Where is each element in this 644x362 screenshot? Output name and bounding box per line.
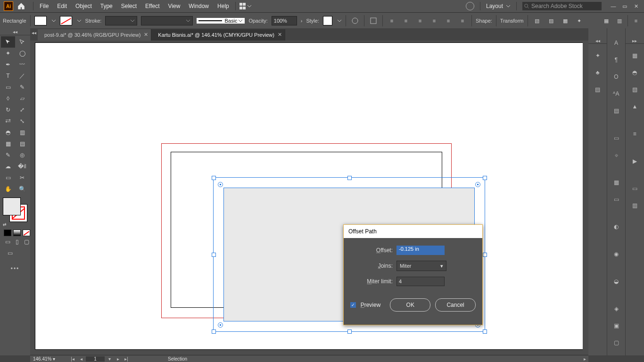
char-style-icon[interactable]: ▤: [611, 106, 621, 116]
zoom-tool[interactable]: 🔍: [15, 183, 29, 195]
opentype-icon[interactable]: O: [611, 72, 621, 82]
magic-wand-tool[interactable]: ✦: [1, 48, 15, 59]
free-transform-tool[interactable]: ⤡: [15, 115, 29, 127]
glyph-icon[interactable]: ᴬA: [611, 89, 621, 99]
symbols-icon[interactable]: ▧: [629, 84, 640, 95]
prev-artboard-button[interactable]: ◂: [77, 356, 85, 362]
minimize-button[interactable]: —: [608, 2, 619, 10]
draw-normal-icon[interactable]: ▭: [4, 238, 11, 246]
handle-sw[interactable]: [212, 329, 216, 334]
menu-object[interactable]: Object: [71, 1, 96, 11]
canvas[interactable]: [30, 41, 588, 355]
transform-label[interactable]: Transform: [500, 18, 524, 24]
home-icon[interactable]: [17, 2, 25, 10]
status-chevron[interactable]: ▸: [581, 356, 588, 362]
chevron-down-icon[interactable]: ▾: [106, 356, 113, 362]
align-left-icon[interactable]: ≡: [387, 16, 397, 26]
fill-box[interactable]: [3, 197, 21, 215]
graph-tool[interactable]: �il: [15, 161, 29, 172]
align-top-icon[interactable]: ≡: [429, 16, 439, 26]
opacity-field[interactable]: 100%: [272, 16, 297, 25]
miter-input[interactable]: 4: [396, 277, 445, 286]
libraries-icon[interactable]: ▦: [629, 50, 640, 61]
menu-effect[interactable]: Effect: [141, 1, 164, 11]
last-artboard-button[interactable]: ▸|: [123, 356, 130, 362]
type-tool[interactable]: T: [1, 70, 15, 82]
handle-s[interactable]: [347, 329, 352, 334]
para-icon[interactable]: ¶: [611, 55, 621, 65]
slice-tool[interactable]: ✂: [15, 172, 29, 183]
tabstrip-collapse[interactable]: ◂◂: [30, 29, 38, 36]
stroke-swatch[interactable]: [60, 16, 72, 25]
edit-clip-icon[interactable]: ▨: [546, 16, 556, 26]
handle-n[interactable]: [347, 176, 352, 180]
menu-help[interactable]: Help: [213, 1, 233, 11]
var-width-profile[interactable]: [141, 16, 193, 25]
dialog-title[interactable]: Offset Path: [344, 225, 482, 238]
handle-ne[interactable]: [483, 176, 487, 180]
close-icon[interactable]: ✕: [278, 32, 282, 38]
image-trace-icon[interactable]: ▲: [629, 101, 640, 112]
screen-mode[interactable]: ▭: [3, 247, 17, 259]
brushes-icon[interactable]: ◓: [629, 67, 640, 78]
rotate-tool[interactable]: ↻: [1, 104, 15, 115]
collapse-toggle[interactable]: ▸▸: [626, 38, 644, 44]
draw-inside-icon[interactable]: ▢: [23, 238, 30, 246]
isolate-icon[interactable]: ▧: [532, 16, 542, 26]
chevron-down-icon[interactable]: [51, 18, 56, 23]
shaper-tool[interactable]: ◊: [1, 93, 15, 104]
color-icon[interactable]: ♣: [593, 67, 603, 78]
zoom-field[interactable]: 146.41% ▾: [30, 356, 66, 362]
align-right-icon[interactable]: ≡: [415, 16, 425, 26]
asset-icon[interactable]: ▦: [611, 177, 621, 188]
swap-icon[interactable]: ⇄: [3, 222, 33, 227]
stroke-panel-icon[interactable]: ≡: [629, 129, 640, 139]
align-hcenter-icon[interactable]: ≡: [401, 16, 411, 26]
transparency-icon[interactable]: ◐: [611, 222, 621, 232]
arrange-docs-icon[interactable]: [239, 3, 246, 9]
info-icon[interactable]: ▭: [629, 183, 640, 194]
draw-behind-icon[interactable]: ▯: [13, 238, 21, 246]
navigator-icon[interactable]: ▥: [629, 200, 640, 211]
preview-checkbox[interactable]: ✓: [350, 302, 356, 308]
fill-swatch[interactable]: [34, 16, 47, 25]
symbol-sprayer-tool[interactable]: ☁: [1, 161, 15, 172]
collapse-toggle[interactable]: ◂◂: [588, 38, 607, 44]
char-icon[interactable]: A: [611, 38, 621, 48]
tips-icon[interactable]: [466, 2, 474, 10]
stroke-weight-field[interactable]: [105, 16, 137, 25]
actions-icon[interactable]: ▶: [629, 156, 640, 166]
corner-widget-nw[interactable]: [218, 182, 223, 187]
scrollbar-vertical[interactable]: [583, 41, 588, 350]
artboards-icon[interactable]: ▭: [611, 194, 621, 205]
align-vcenter-icon[interactable]: ≡: [443, 16, 454, 26]
properties-icon[interactable]: ✦: [593, 50, 603, 61]
grid-icon[interactable]: ▦: [601, 16, 611, 26]
menu-file[interactable]: File: [35, 1, 53, 11]
style-swatch[interactable]: [323, 16, 332, 25]
handle-w[interactable]: [212, 253, 216, 257]
color-mode-gradient[interactable]: [13, 230, 21, 236]
chevron-right-icon[interactable]: ›: [301, 18, 303, 24]
star-icon[interactable]: ✦: [574, 16, 585, 26]
artboard-tool[interactable]: ▭: [1, 172, 15, 183]
handle-se[interactable]: [483, 329, 487, 334]
edit-toolbar[interactable]: •••: [0, 265, 30, 272]
close-button[interactable]: ✕: [631, 2, 641, 10]
chevron-down-icon[interactable]: [337, 18, 342, 23]
offset-input[interactable]: -0.125 in: [396, 246, 445, 255]
cancel-button[interactable]: Cancel: [435, 298, 476, 312]
align-panel-icon[interactable]: ▢: [611, 337, 621, 348]
menu-view[interactable]: View: [164, 1, 185, 11]
selection-tool[interactable]: [1, 36, 15, 48]
workspace-switcher[interactable]: Layout: [486, 3, 511, 9]
collapse-toggle[interactable]: ◂◂: [0, 28, 30, 35]
scale-tool[interactable]: ⤢: [15, 104, 29, 115]
edit-mask-icon[interactable]: ▩: [560, 16, 570, 26]
lasso-tool[interactable]: ◯: [15, 48, 29, 59]
appearance-icon[interactable]: ◒: [611, 276, 621, 287]
tab-kartu-bisnis[interactable]: Kartu Bisnis.ai* @ 146.41% (CMYK/GPU Pre…: [151, 29, 285, 41]
direct-selection-tool[interactable]: [15, 36, 29, 48]
blend-tool[interactable]: ◎: [15, 149, 29, 161]
menu-type[interactable]: Type: [96, 1, 117, 11]
